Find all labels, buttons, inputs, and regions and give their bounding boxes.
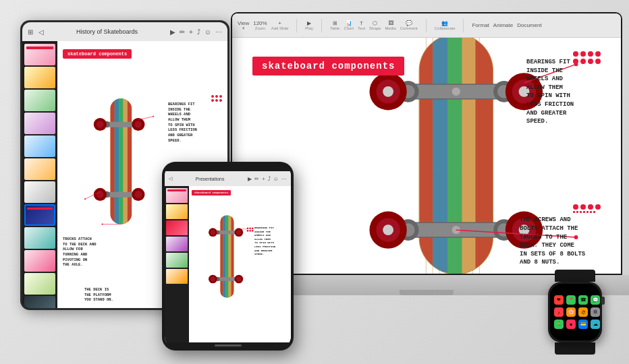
toolbar-view-group: View▼ 120%Zoom +Add Slide — [238, 20, 288, 30]
watch-app-photos[interactable]: 🌸 — [566, 307, 576, 317]
watch-app-weather[interactable]: ☁ — [591, 320, 600, 329]
ipad-thumb-11[interactable] — [24, 273, 55, 295]
svg-rect-73 — [220, 215, 223, 297]
ipad-title: History of Skateboards — [49, 28, 165, 35]
iphone-back-icon[interactable]: ◁ — [169, 176, 172, 181]
ipad-thumb-2[interactable] — [24, 67, 55, 88]
toolbar-view[interactable]: View▼ — [238, 20, 249, 30]
watch-app-maps[interactable]: 📍 — [566, 295, 576, 305]
toolbar-document[interactable]: Document — [517, 22, 541, 28]
iphone-thumb-5[interactable] — [166, 253, 188, 268]
ipad-thumb-3[interactable] — [24, 90, 55, 111]
svg-rect-77 — [231, 215, 234, 297]
iphone-share-icon[interactable]: ⤴ — [268, 176, 271, 182]
screws-annotation: THE SCREWS ANDBOLTS ATTACH THETRUCKS TO … — [520, 216, 614, 267]
iphone-emoji-icon[interactable]: ☺ — [273, 176, 279, 182]
svg-point-82 — [211, 230, 215, 235]
ipad-thumb-12[interactable] — [24, 296, 55, 308]
toolbar-add-slide[interactable]: +Add Slide — [271, 20, 289, 30]
watch-app-settings[interactable]: ⚙ — [591, 307, 600, 317]
svg-point-84 — [236, 230, 241, 235]
ipad-share-icon[interactable]: ⤴ — [197, 28, 200, 36]
svg-point-96 — [249, 230, 251, 232]
toolbar-insert-group: ⊞Table 📊Chart TText ⬡Shape 🖼Media 💬Comme… — [330, 20, 418, 30]
iphone-more-icon[interactable]: ⋯ — [281, 176, 287, 182]
toolbar-text[interactable]: TText — [358, 20, 365, 30]
ipad-thumb-4[interactable] — [24, 113, 55, 134]
watch-app-activity[interactable]: ❤ — [554, 295, 564, 305]
watch-crown[interactable] — [601, 297, 605, 305]
svg-rect-12 — [433, 38, 447, 274]
iphone-home-pill — [215, 344, 242, 346]
watch-app-phone[interactable]: ☎ — [578, 295, 588, 305]
toolbar-collab-group: 👥Collaborate — [435, 20, 456, 30]
toolbar-comment[interactable]: 💬Comment — [400, 20, 418, 30]
svg-point-68 — [84, 198, 86, 200]
svg-point-70 — [102, 224, 103, 225]
ipad-pen-icon[interactable]: ✏ — [180, 28, 185, 36]
watch-app-heart[interactable]: ♥ — [566, 320, 576, 329]
iphone-slide-main[interactable]: skateboard components — [189, 186, 291, 342]
ipad-emoji-icon[interactable]: ☺ — [204, 28, 211, 36]
ipad-thumb-10[interactable] — [24, 250, 55, 272]
watch-app-music[interactable]: ♪ — [554, 307, 564, 317]
svg-point-57 — [135, 121, 142, 128]
toolbar-play[interactable]: ▶Play — [305, 20, 313, 30]
iphone-presentations-label: Presentations — [175, 177, 245, 181]
toolbar-media[interactable]: 🖼Media — [385, 20, 395, 30]
toolbar-collaborate[interactable]: 👥Collaborate — [435, 20, 456, 30]
toolbar-animate[interactable]: Animate — [493, 22, 513, 28]
iphone-toolbar-group: ▶ ✏ + ⤴ ☺ ⋯ — [248, 176, 287, 182]
svg-point-89 — [211, 276, 215, 281]
watch-app-timer[interactable]: ⏱ — [578, 307, 588, 317]
iphone-slide-title: skateboard components — [192, 190, 231, 195]
ipad-bearings-text: BEARINGS FITINSIDE THEWHEELS ANDALLOW TH… — [168, 102, 222, 144]
ipad-add-icon[interactable]: + — [189, 28, 193, 36]
ipad-thumb-5[interactable] — [24, 135, 55, 157]
iphone-notch — [208, 164, 248, 171]
ipad-more-icon[interactable]: ⋯ — [215, 28, 222, 36]
watch-screen: ❤ 📍 ☎ 💬 ♪ 🌸 ⏱ ⚙ 🏃 ♥ 💳 ☁ — [550, 284, 600, 340]
screws-dots — [573, 204, 601, 213]
watch-app-messages[interactable]: 💬 — [591, 295, 600, 305]
watch-band-bottom — [555, 342, 595, 355]
svg-point-66 — [153, 116, 154, 117]
svg-rect-48 — [119, 98, 123, 224]
bearings-annotation: BEARINGS FITINSIDE THEWHEELS ANDALLOW TH… — [526, 58, 614, 126]
ipad-thumb-7[interactable] — [24, 181, 55, 203]
toolbar-shape[interactable]: ⬡Shape — [369, 20, 381, 30]
toolbar-play-group: ▶Play — [305, 20, 313, 30]
svg-rect-46 — [110, 98, 114, 224]
svg-point-91 — [236, 276, 241, 281]
ipad-play-icon[interactable]: ▶ — [170, 28, 175, 36]
iphone-thumb-1[interactable] — [166, 188, 188, 203]
watch-app-workout[interactable]: 🏃 — [554, 320, 564, 329]
iphone: ◁ Presentations ▶ ✏ + ⤴ ☺ ⋯ — [162, 162, 294, 351]
ipad-thumb-1[interactable] — [24, 44, 55, 65]
ipad-nav-icon[interactable]: ⊞ — [28, 28, 33, 36]
iphone-pen-icon[interactable]: ✏ — [254, 176, 259, 182]
watch-band-top — [555, 270, 595, 282]
ipad-thumb-9[interactable] — [24, 227, 55, 249]
toolbar-format[interactable]: Format — [472, 22, 489, 28]
svg-point-55 — [97, 121, 104, 128]
toolbar-table[interactable]: ⊞Table — [330, 20, 339, 30]
svg-rect-75 — [225, 215, 228, 297]
iphone-add-icon[interactable]: + — [262, 176, 265, 182]
watch-app-wallet[interactable]: 💳 — [578, 320, 588, 329]
svg-rect-74 — [223, 215, 225, 297]
svg-point-94 — [252, 227, 254, 229]
svg-rect-11 — [420, 38, 433, 274]
ipad-back-icon[interactable]: ◁ — [38, 28, 44, 36]
iphone-play-icon[interactable]: ▶ — [248, 176, 252, 182]
ipad-thumb-6[interactable] — [24, 158, 55, 180]
svg-rect-15 — [475, 38, 493, 274]
toolbar-divider-4 — [463, 19, 464, 32]
ipad-thumb-8[interactable] — [24, 204, 55, 226]
toolbar-zoom[interactable]: 120%Zoom — [253, 20, 267, 30]
iphone-thumb-2[interactable] — [166, 204, 188, 219]
iphone-thumb-6[interactable] — [166, 269, 188, 284]
toolbar-chart[interactable]: 📊Chart — [344, 20, 354, 30]
iphone-thumb-3[interactable] — [166, 220, 188, 235]
iphone-thumb-4[interactable] — [166, 237, 188, 251]
